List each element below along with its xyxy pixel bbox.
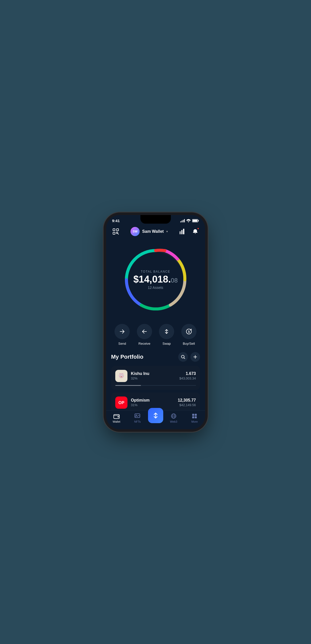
svg-rect-41	[195, 416, 197, 418]
battery-icon	[192, 219, 199, 222]
avatar: SW	[130, 227, 140, 236]
svg-rect-4	[117, 229, 119, 231]
svg-rect-9	[181, 230, 183, 234]
asset-card-kishu[interactable]: Kishu Inu 32% 1.673 $43,003.34	[111, 366, 200, 390]
send-label: Send	[118, 342, 126, 345]
kishu-amount: 1.673	[179, 371, 196, 376]
asset-row-kishu: Kishu Inu 32% 1.673 $43,003.34	[115, 370, 196, 382]
web3-nav-icon	[171, 413, 177, 419]
portfolio-header: My Portfolio	[111, 352, 200, 362]
kishu-progress-bar	[115, 385, 141, 386]
more-nav-label: More	[191, 420, 198, 423]
kishu-info: Kishu Inu 32%	[131, 371, 176, 380]
svg-rect-8	[179, 231, 181, 234]
swap-icon	[159, 324, 174, 339]
kishu-icon	[115, 370, 127, 382]
wallet-selector[interactable]: SW Sam Wallet ▾	[130, 227, 168, 236]
search-button[interactable]	[178, 352, 188, 362]
portfolio-actions	[178, 352, 200, 362]
notification-button[interactable]	[191, 227, 200, 236]
svg-rect-40	[192, 416, 194, 418]
kishu-pct: 32%	[131, 376, 176, 380]
buysell-icon: $	[181, 324, 197, 339]
chart-icon[interactable]	[178, 227, 187, 236]
status-time: 9:41	[112, 219, 120, 223]
portfolio-section: My Portfolio	[106, 350, 205, 413]
nav-nfts[interactable]: NFTs	[127, 413, 148, 423]
svg-line-7	[118, 234, 119, 234]
header-right	[178, 227, 200, 236]
optimism-name: Optimism	[131, 398, 174, 403]
balance-chart: TOTAL BALANCE $14,018.08 12 Assets	[106, 239, 205, 318]
nav-swap-center[interactable]	[148, 408, 163, 423]
more-nav-icon	[191, 413, 198, 419]
buysell-label: Buy/Sell	[183, 342, 195, 345]
svg-rect-1	[198, 220, 199, 221]
swap-label: Swap	[162, 342, 171, 345]
chevron-down-icon: ▾	[166, 230, 168, 233]
nfts-nav-label: NFTs	[134, 420, 141, 423]
portfolio-title: My Portfolio	[111, 354, 143, 360]
svg-point-22	[119, 373, 124, 378]
wallet-name: Sam Wallet	[142, 229, 164, 234]
kishu-progress-bar-container	[115, 385, 196, 386]
nav-more[interactable]: More	[184, 413, 205, 423]
wifi-icon	[186, 219, 191, 222]
signal-icon	[180, 219, 185, 222]
svg-rect-38	[192, 414, 194, 416]
balance-amount: $14,018.08	[133, 274, 178, 284]
swap-button[interactable]: Swap	[159, 324, 174, 345]
svg-point-6	[116, 232, 118, 234]
status-icons	[180, 219, 199, 222]
kishu-name: Kishu Inu	[131, 371, 176, 376]
bottom-nav: Wallet NFTs	[106, 410, 205, 429]
wallet-nav-label: Wallet	[113, 420, 120, 423]
nav-wallet[interactable]: Wallet	[106, 413, 127, 423]
optimism-amount: 12,305.77	[178, 398, 196, 403]
notification-badge	[197, 227, 199, 230]
svg-point-25	[120, 375, 121, 375]
balance-center: TOTAL BALANCE $14,018.08 12 Assets	[133, 270, 178, 290]
svg-point-26	[122, 375, 123, 375]
web3-nav-label: Web3	[170, 420, 177, 423]
notch	[140, 215, 171, 224]
kishu-usd: $43,003.34	[179, 376, 196, 380]
kishu-values: 1.673 $43,003.34	[179, 371, 196, 380]
svg-text:$: $	[188, 330, 190, 334]
optimism-values: 12,305.77 $42,149.56	[178, 398, 196, 407]
nav-web3[interactable]: Web3	[163, 413, 184, 423]
asset-row-optimism: OP Optimism 31% 12,305.77 $42,149.56	[115, 397, 196, 409]
wallet-nav-icon	[113, 413, 120, 419]
action-buttons: Send Receive	[106, 318, 205, 350]
balance-label: TOTAL BALANCE	[133, 270, 178, 273]
receive-label: Receive	[138, 342, 150, 345]
svg-rect-3	[113, 229, 115, 231]
svg-rect-39	[195, 414, 197, 416]
screen: 9:41	[106, 215, 205, 429]
optimism-usd: $42,149.56	[178, 403, 196, 407]
send-icon	[114, 324, 130, 339]
optimism-pct: 31%	[131, 403, 174, 407]
optimism-icon: OP	[115, 397, 127, 409]
buysell-button[interactable]: $ Buy/Sell	[181, 324, 197, 345]
scan-icon[interactable]	[111, 227, 120, 236]
optimism-info: Optimism 31%	[131, 398, 174, 407]
receive-button[interactable]: Receive	[137, 324, 152, 345]
svg-rect-10	[183, 229, 184, 234]
receive-icon	[137, 324, 152, 339]
add-asset-button[interactable]	[190, 352, 200, 362]
svg-rect-5	[113, 232, 115, 234]
asset-count: 12 Assets	[133, 286, 178, 290]
svg-line-18	[184, 358, 185, 359]
send-button[interactable]: Send	[114, 324, 130, 345]
svg-text:OP: OP	[118, 401, 124, 405]
svg-rect-2	[192, 220, 197, 222]
svg-rect-31	[118, 416, 119, 417]
header-left	[111, 227, 120, 236]
svg-point-27	[121, 376, 122, 377]
header: SW Sam Wallet ▾	[106, 225, 205, 239]
nfts-nav-icon	[134, 413, 140, 419]
phone-shell: 9:41	[106, 215, 205, 429]
